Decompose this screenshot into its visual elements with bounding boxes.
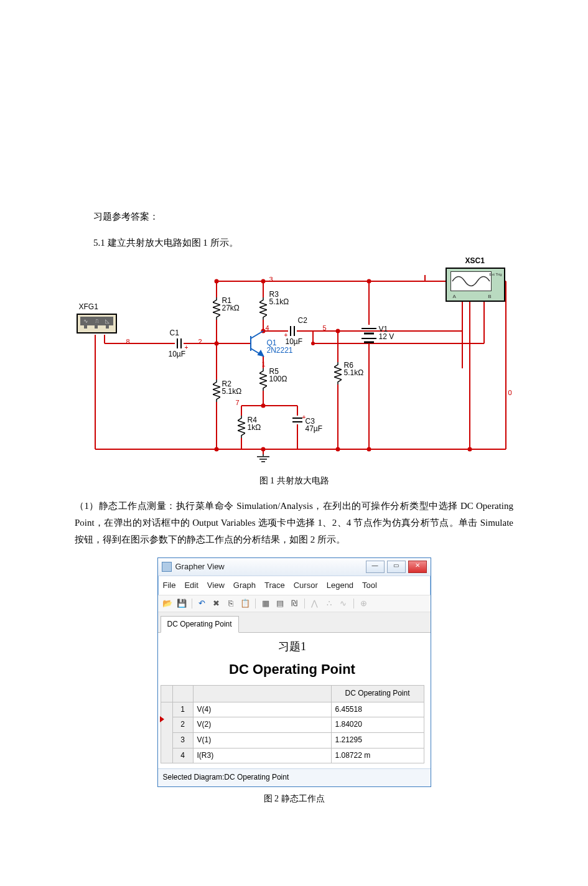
var-name: I(R3) xyxy=(193,748,331,763)
rownum: 1 xyxy=(172,702,193,717)
open-icon[interactable]: 📂 xyxy=(162,598,173,609)
chart-title-1: 习题1 xyxy=(161,637,424,656)
node-7: 7 xyxy=(236,397,240,409)
figure-2-caption: 图 2 静态工作点 xyxy=(75,791,513,806)
svg-point-57 xyxy=(367,280,370,283)
maximize-button[interactable]: ▭ xyxy=(387,561,406,573)
resistor-r4 xyxy=(238,416,245,438)
q1-model: 2N2221 xyxy=(267,346,293,355)
r2-val: 5.1kΩ xyxy=(222,387,242,396)
svg-point-59 xyxy=(261,280,264,283)
document-page: 习题参考答案： 5.1 建立共射放大电路如图 1 所示。 xyxy=(0,0,588,836)
r3-val: 5.1kΩ xyxy=(269,297,289,306)
wave-icon[interactable]: ∿ xyxy=(338,598,349,609)
save-icon[interactable]: 💾 xyxy=(176,598,187,609)
figure-1-caption: 图 1 共射放大电路 xyxy=(75,473,513,488)
value-header: DC Operating Point xyxy=(331,686,424,702)
menu-trace[interactable]: Trace xyxy=(264,578,285,592)
c1-name: C1 xyxy=(170,329,179,337)
rownum: 4 xyxy=(172,748,193,763)
rownum: 2 xyxy=(172,717,193,733)
node-5: 5 xyxy=(323,322,327,335)
svg-point-62 xyxy=(336,448,339,451)
window-titlebar: Grapher View — ▭ ✕ xyxy=(158,558,431,576)
delete-icon[interactable]: ✖ xyxy=(211,598,222,609)
varname-header xyxy=(193,686,331,702)
close-button[interactable]: ✕ xyxy=(408,561,427,573)
rownum: 3 xyxy=(172,732,193,748)
var-name: V(1) xyxy=(193,732,331,748)
node-0: 0 xyxy=(508,387,512,399)
node-2: 2 xyxy=(198,336,202,348)
undo-icon[interactable]: ↶ xyxy=(197,598,208,609)
var-value: 1.21295 xyxy=(331,732,424,748)
list-icon[interactable]: ▤ xyxy=(274,598,286,609)
table-row: 1 V(4) 6.45518 xyxy=(161,702,424,717)
capacitor-c3 xyxy=(292,416,302,424)
r1-val: 27kΩ xyxy=(222,304,240,312)
paste-icon[interactable]: 📋 xyxy=(240,598,251,609)
row-marker xyxy=(161,702,172,763)
node-8: 8 xyxy=(126,336,130,348)
results-table: DC Operating Point 1 V(4) 6.45518 2 V(2)… xyxy=(161,685,424,763)
svg-point-55 xyxy=(261,404,264,408)
c2-name: C2 xyxy=(298,316,307,325)
c2-val: 10µF xyxy=(286,337,303,346)
svg-point-61 xyxy=(261,448,264,451)
menu-cursor[interactable]: Cursor xyxy=(294,578,318,592)
grapher-view-window: Grapher View — ▭ ✕ File Edit View Graph … xyxy=(157,557,431,787)
menu-view[interactable]: View xyxy=(207,578,225,592)
marker-icon[interactable]: ∴ xyxy=(324,598,335,609)
ground-symbol xyxy=(256,454,271,463)
figure-2: Grapher View — ▭ ✕ File Edit View Graph … xyxy=(75,557,513,787)
status-bar: Selected Diagram:DC Operating Point xyxy=(158,768,431,786)
chart-icon[interactable]: ₪ xyxy=(289,598,300,609)
minimize-button[interactable]: — xyxy=(366,561,385,573)
circuit-diagram: XFG1 ∿⎍◺ XSC1 Ext Trig A B + + xyxy=(77,263,512,468)
svg-point-60 xyxy=(215,448,218,451)
menu-bar: File Edit View Graph Trace Cursor Legend… xyxy=(158,576,431,595)
svg-point-64 xyxy=(468,448,471,451)
svg-point-56 xyxy=(336,330,339,333)
tab-row: DC Operating Point xyxy=(158,612,431,633)
capacitor-c2 xyxy=(288,326,297,336)
node-3: 3 xyxy=(269,274,273,286)
table-row: 2 V(2) 1.84020 xyxy=(161,717,424,733)
var-value: 1.08722 m xyxy=(331,748,424,763)
function-generator: ∿⎍◺ xyxy=(77,314,117,333)
zoom-icon[interactable]: ⊕ xyxy=(358,598,370,609)
app-icon xyxy=(162,562,172,572)
figure-1: XFG1 ∿⎍◺ XSC1 Ext Trig A B + + xyxy=(75,263,513,468)
menu-legend[interactable]: Legend xyxy=(327,578,353,592)
xsc1-ext-trig: Ext Trig xyxy=(489,273,502,276)
svg-line-66 xyxy=(251,331,263,338)
paragraph-1: （1）静态工作点测量：执行菜单命令 Simulation/Analysis，在列… xyxy=(75,498,513,548)
grapher-body: 习题1 DC Operating Point DC Operating Poin… xyxy=(158,633,431,768)
resistor-r5 xyxy=(259,368,267,391)
tab-dc-operating-point[interactable]: DC Operating Point xyxy=(161,616,239,633)
capacitor-c1 xyxy=(175,338,184,348)
r4-val: 1kΩ xyxy=(248,423,261,432)
svg-marker-68 xyxy=(258,351,263,356)
var-value: 6.45518 xyxy=(331,702,424,717)
row-marker-header xyxy=(161,686,172,702)
node-1: 1 xyxy=(262,358,266,371)
copy-icon[interactable]: ⎘ xyxy=(225,598,236,609)
resistor-r3 xyxy=(259,297,267,320)
cursor-icon[interactable]: ⋀ xyxy=(309,598,320,609)
node-4: 4 xyxy=(266,322,269,335)
grid-icon[interactable]: ▦ xyxy=(260,598,271,609)
xsc1-ch-a: A xyxy=(453,292,456,301)
toolbar: 📂 💾 ↶ ✖ ⎘ 📋 ▦ ▤ ₪ ⋀ ∴ ∿ ⊕ xyxy=(158,595,431,612)
r5-val: 100Ω xyxy=(269,375,287,383)
xsc1-label: XSC1 xyxy=(465,256,485,265)
xsc1-ch-b: B xyxy=(488,292,491,301)
r6-val: 5.1kΩ xyxy=(344,368,364,377)
menu-file[interactable]: File xyxy=(163,578,176,592)
menu-tool[interactable]: Tool xyxy=(362,578,377,592)
svg-point-58 xyxy=(215,280,218,283)
menu-edit[interactable]: Edit xyxy=(184,578,198,592)
menu-graph[interactable]: Graph xyxy=(233,578,256,592)
oscilloscope: Ext Trig A B xyxy=(446,268,505,302)
resistor-r1 xyxy=(213,297,220,320)
